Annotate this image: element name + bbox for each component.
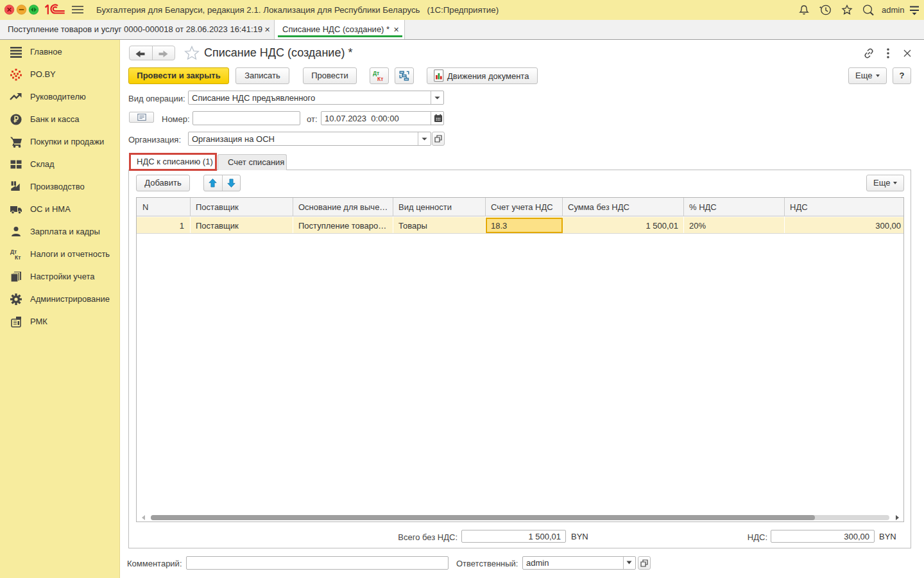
svg-text:Кт: Кт [377, 76, 383, 82]
svg-text:admin: admin [882, 5, 904, 15]
svg-text:Кт: Кт [15, 254, 21, 261]
